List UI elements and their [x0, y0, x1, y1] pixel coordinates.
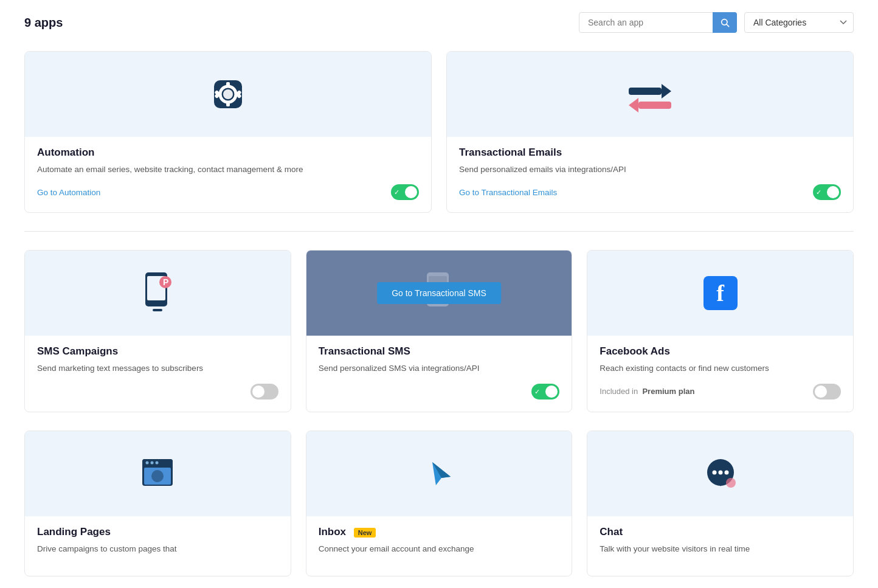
inbox-desc: Connect your email account and exchange — [319, 543, 560, 555]
automation-title: Automation — [37, 147, 419, 159]
facebook-ads-toggle-slider — [813, 384, 841, 399]
inbox-title: Inbox New — [319, 526, 560, 538]
app-card-facebook-ads: f Facebook Ads Reach existing contacts o… — [587, 250, 854, 412]
premium-text: Included in Premium plan — [600, 387, 694, 396]
landing-pages-desc: Drive campaigns to custom pages that — [37, 543, 278, 555]
transactional-emails-icon-area — [447, 52, 853, 137]
search-wrapper — [579, 12, 737, 33]
apps-row-1: Automation Automate an email series, web… — [24, 51, 854, 213]
automation-card-body: Automation Automate an email series, web… — [25, 137, 431, 212]
landing-pages-icon-area — [25, 431, 291, 516]
sms-campaigns-footer — [37, 384, 278, 399]
inbox-card-body: Inbox New Connect your email account and… — [306, 516, 572, 576]
app-card-sms-campaigns: P SMS Campaigns Send marketing text mess… — [24, 250, 291, 412]
top-bar: 9 apps All Categories Email SMS Ads Land… — [24, 12, 854, 33]
svg-point-3 — [223, 89, 233, 99]
sms-campaigns-desc: Send marketing text messages to subscrib… — [37, 362, 278, 375]
new-badge: New — [354, 528, 376, 538]
toggle-knob — [545, 386, 558, 398]
toggle-knob — [827, 186, 839, 198]
facebook-icon: f — [703, 276, 738, 310]
svg-marker-16 — [629, 98, 638, 112]
app-card-transactional-sms: Go to Transactional SMS Transactional SM… — [306, 250, 573, 412]
transactional-sms-card-body: Transactional SMS Send personalized SMS … — [306, 336, 572, 411]
svg-rect-6 — [226, 102, 230, 106]
svg-point-27 — [151, 461, 154, 464]
category-select[interactable]: All Categories Email SMS Ads Landing Pag… — [744, 12, 854, 33]
facebook-ads-title: Facebook Ads — [600, 345, 841, 358]
app-card-transactional-emails: Transactional Emails Send personalized e… — [446, 51, 854, 213]
svg-rect-13 — [629, 88, 662, 95]
automation-toggle[interactable]: ✓ — [391, 184, 419, 200]
svg-text:P: P — [163, 277, 168, 287]
svg-point-35 — [718, 470, 722, 474]
transactional-emails-link[interactable]: Go to Transactional Emails — [459, 188, 557, 197]
inbox-send-icon — [421, 455, 457, 492]
toggle-knob — [405, 186, 417, 198]
sms-campaigns-card-body: SMS Campaigns Send marketing text messag… — [25, 336, 291, 411]
chat-icon-area — [587, 431, 853, 516]
svg-line-1 — [727, 24, 729, 27]
transactional-sms-overlay-button[interactable]: Go to Transactional SMS — [377, 282, 501, 304]
transactional-emails-toggle-slider: ✓ — [813, 184, 841, 200]
sms-campaigns-toggle[interactable] — [251, 384, 278, 399]
gear-icon — [207, 73, 249, 116]
svg-point-30 — [151, 470, 164, 482]
transactional-sms-desc: Send personalized SMS via integrations/A… — [319, 362, 560, 375]
transactional-emails-toggle[interactable]: ✓ — [813, 184, 841, 200]
automation-link[interactable]: Go to Automation — [37, 188, 100, 197]
sms-campaigns-toggle-slider — [251, 384, 278, 399]
svg-point-36 — [724, 470, 728, 474]
search-icon — [720, 18, 730, 27]
svg-point-28 — [156, 461, 159, 464]
facebook-ads-card-body: Facebook Ads Reach existing contacts or … — [587, 336, 853, 411]
plan-name: Premium plan — [642, 387, 694, 396]
chat-title: Chat — [600, 526, 841, 538]
chat-icon — [702, 455, 739, 493]
apps-row-2: P SMS Campaigns Send marketing text mess… — [24, 250, 854, 412]
transactional-sms-footer: ✓ — [319, 384, 560, 399]
sms-campaigns-icon: P — [139, 271, 176, 315]
svg-point-38 — [726, 478, 736, 488]
app-card-automation: Automation Automate an email series, web… — [24, 51, 432, 213]
facebook-ads-icon-area: f — [587, 251, 853, 336]
automation-footer: Go to Automation ✓ — [37, 184, 419, 200]
transactional-sms-icon-area: Go to Transactional SMS — [306, 251, 572, 336]
sms-campaigns-icon-area: P — [25, 251, 291, 336]
section-divider — [24, 231, 854, 232]
app-card-landing-pages: Landing Pages Drive campaigns to custom … — [24, 431, 291, 576]
landing-pages-title: Landing Pages — [37, 526, 278, 538]
app-card-inbox: Inbox New Connect your email account and… — [306, 431, 573, 576]
automation-icon-area — [25, 52, 431, 137]
toggle-check-icon: ✓ — [816, 189, 821, 196]
transactional-emails-footer: Go to Transactional Emails ✓ — [459, 184, 841, 200]
automation-toggle-slider: ✓ — [391, 184, 419, 200]
apps-row-3: Landing Pages Drive campaigns to custom … — [24, 431, 854, 576]
landing-pages-card-body: Landing Pages Drive campaigns to custom … — [25, 516, 291, 576]
transactional-sms-toggle[interactable]: ✓ — [531, 384, 559, 399]
svg-point-34 — [712, 470, 716, 474]
search-filter: All Categories Email SMS Ads Landing Pag… — [579, 12, 854, 33]
search-button[interactable] — [713, 12, 737, 33]
chat-card-body: Chat Talk with your website visitors in … — [587, 516, 853, 576]
transactional-emails-desc: Send personalized emails via integration… — [459, 164, 841, 176]
toggle-knob — [252, 386, 264, 398]
transactional-sms-toggle-slider: ✓ — [531, 384, 559, 399]
inbox-icon-area — [306, 431, 572, 516]
chat-desc: Talk with your website visitors in real … — [600, 543, 841, 555]
arrows-icon — [623, 76, 677, 112]
toggle-knob — [815, 386, 827, 398]
app-card-chat: Chat Talk with your website visitors in … — [587, 431, 854, 576]
facebook-ads-desc: Reach existing contacts or find new cust… — [600, 362, 841, 375]
svg-rect-21 — [153, 309, 162, 311]
transactional-emails-card-body: Transactional Emails Send personalized e… — [447, 137, 853, 212]
sms-campaigns-title: SMS Campaigns — [37, 345, 278, 358]
transactional-emails-title: Transactional Emails — [459, 147, 841, 159]
facebook-ads-toggle[interactable] — [813, 384, 841, 399]
svg-marker-14 — [662, 84, 671, 99]
svg-rect-15 — [638, 102, 671, 109]
svg-point-26 — [146, 461, 149, 464]
toggle-check-icon: ✓ — [394, 189, 399, 196]
apps-count: 9 apps — [24, 16, 63, 30]
transactional-sms-title: Transactional SMS — [319, 345, 560, 358]
